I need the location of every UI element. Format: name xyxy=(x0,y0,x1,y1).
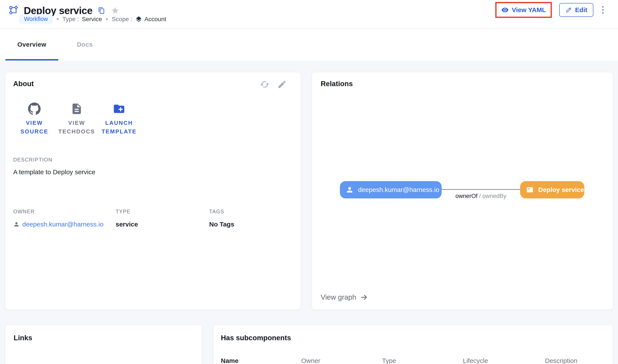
dot-separator xyxy=(106,18,108,20)
subcomponents-card: Has subcomponents Name Owner Type Lifecy… xyxy=(213,325,613,364)
relations-card: Relations ownerOf / ownedBy deepesh.kuma… xyxy=(312,72,613,310)
about-card: About xyxy=(5,72,301,310)
pencil-icon xyxy=(565,6,572,13)
view-techdocs-line2: TECHDOCS xyxy=(58,128,95,135)
relation-node-owner[interactable]: deepesh.kumar@harness.io xyxy=(340,181,442,198)
entity-page: Deploy service View YAML xyxy=(0,0,618,364)
view-source-action[interactable]: VIEW SOURCE xyxy=(13,103,55,136)
links-card: Links xyxy=(5,325,202,364)
person-icon xyxy=(13,221,20,228)
more-options-kebab-icon[interactable] xyxy=(601,5,605,15)
owner-link[interactable]: deepesh.kumar@harness.io xyxy=(22,221,104,228)
page-header: Deploy service View YAML xyxy=(0,0,618,29)
dot-separator xyxy=(57,18,59,20)
relation-edge-label: ownerOf / ownedBy xyxy=(442,193,520,199)
view-techdocs-line1: VIEW xyxy=(68,120,85,126)
description-value: A template to Deploy service xyxy=(13,169,293,176)
eye-icon xyxy=(501,6,509,13)
tab-docs[interactable]: Docs xyxy=(58,29,111,60)
refresh-icon[interactable] xyxy=(260,80,269,89)
owner-label: OWNER xyxy=(13,208,116,215)
tab-overview[interactable]: Overview xyxy=(5,29,58,60)
service-node-label: Deploy service xyxy=(538,186,584,194)
view-yaml-button[interactable]: View YAML xyxy=(501,6,546,13)
type-value: Service xyxy=(82,16,102,23)
github-icon xyxy=(28,103,41,115)
workflow-badge: Workflow xyxy=(19,14,53,24)
edit-label: Edit xyxy=(575,6,587,13)
links-card-title: Links xyxy=(13,334,194,342)
relations-card-title: Relations xyxy=(321,80,604,88)
tags-value: No Tags xyxy=(209,221,293,228)
relation-node-service[interactable]: Deploy service xyxy=(520,181,584,198)
edge-label-separator: / xyxy=(479,193,481,199)
column-header-lifecycle[interactable]: Lifecycle xyxy=(463,357,545,364)
view-graph-label: View graph xyxy=(321,293,356,301)
subcomponents-card-title: Has subcomponents xyxy=(221,334,605,342)
overview-content: About xyxy=(0,61,618,364)
edge-label-ownerof: ownerOf xyxy=(456,193,478,199)
type-label: Type : xyxy=(62,16,79,23)
edge-label-ownedby: ownedBy xyxy=(482,193,506,199)
workflow-icon xyxy=(9,5,19,16)
template-card-icon xyxy=(526,186,534,194)
column-header-type[interactable]: Type xyxy=(382,357,463,364)
scope-label: Scope : xyxy=(112,16,132,23)
column-header-description[interactable]: Description xyxy=(545,357,605,364)
layers-icon xyxy=(135,16,142,23)
view-yaml-highlight-box: View YAML xyxy=(495,2,552,18)
launch-template-line1: LAUNCH xyxy=(105,120,133,126)
person-icon xyxy=(346,186,354,194)
owner-node-label: deepesh.kumar@harness.io xyxy=(358,186,439,194)
copy-name-icon[interactable] xyxy=(98,7,105,14)
edit-button[interactable]: Edit xyxy=(559,3,593,17)
relation-edge-line xyxy=(442,189,520,190)
launch-template-action[interactable]: LAUNCH TEMPLATE xyxy=(98,103,140,136)
launch-template-icon xyxy=(113,103,125,115)
column-header-name[interactable]: Name xyxy=(221,357,301,364)
edit-about-pencil-icon[interactable] xyxy=(277,80,287,89)
column-header-owner[interactable]: Owner xyxy=(301,357,382,364)
type-section-label: TYPE xyxy=(116,208,209,215)
arrow-right-icon xyxy=(360,293,368,301)
view-source-line1: VIEW xyxy=(26,120,43,126)
subcomponents-table-header: Name Owner Type Lifecycle Description xyxy=(221,357,605,364)
view-graph-link[interactable]: View graph xyxy=(321,293,368,301)
favorite-star-icon[interactable] xyxy=(111,6,119,15)
launch-template-line2: TEMPLATE xyxy=(102,128,136,135)
scope-value: Account xyxy=(144,16,166,23)
techdocs-icon xyxy=(70,103,83,115)
view-source-line2: SOURCE xyxy=(20,128,48,135)
type-section-value: service xyxy=(116,221,209,228)
tab-bar: Overview Docs xyxy=(0,29,618,61)
tags-label: TAGS xyxy=(209,208,293,215)
view-yaml-label: View YAML xyxy=(512,6,546,13)
about-card-title: About xyxy=(13,80,34,88)
view-techdocs-action[interactable]: VIEW TECHDOCS xyxy=(55,103,98,136)
description-label: DESCRIPTION xyxy=(13,157,293,163)
